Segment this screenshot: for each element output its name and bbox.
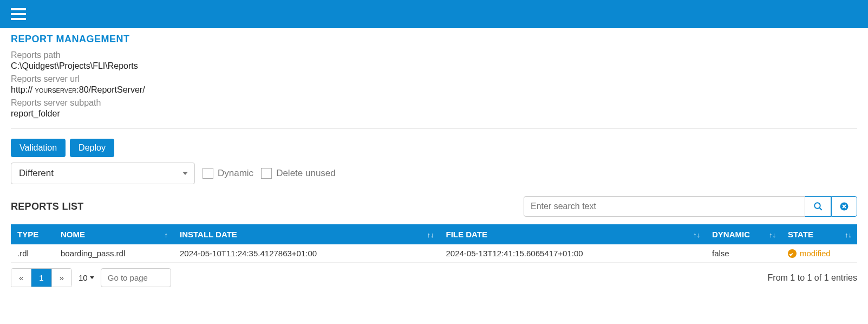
action-button-row: Validation Deploy <box>11 139 857 157</box>
filter-select-value: Different <box>19 168 54 178</box>
dynamic-checkbox-wrap: Dynamic <box>203 168 253 179</box>
sort-icon: ↑↓ <box>845 230 852 238</box>
server-host: yourserver <box>35 85 76 94</box>
clear-search-button[interactable] <box>831 196 857 217</box>
pager-page-1[interactable]: 1 <box>31 269 51 287</box>
section-title: REPORT MANAGEMENT <box>11 34 857 45</box>
cell-type: .rdl <box>11 244 54 263</box>
cell-install-date: 2024-05-10T11:24:35.4127863+01:00 <box>173 244 440 263</box>
col-file-date[interactable]: FILE DATE↑↓ <box>440 224 706 244</box>
pager-info: From 1 to 1 of 1 entries <box>768 273 857 283</box>
list-header-row: REPORTS LIST <box>11 196 857 217</box>
filter-select[interactable]: Different <box>11 163 195 184</box>
pager: « 1 » <box>11 268 72 287</box>
col-type[interactable]: TYPE <box>11 224 54 244</box>
reports-path-label: Reports path <box>11 50 857 60</box>
cell-state: modified <box>781 244 857 263</box>
pager-row: « 1 » 10 From 1 to 1 of 1 entries <box>11 268 857 287</box>
content-area: REPORT MANAGEMENT Reports path C:\Quidge… <box>0 28 868 298</box>
col-install-date[interactable]: INSTALL DATE↑↓ <box>173 224 440 244</box>
reports-subpath-label: Reports server subpath <box>11 98 857 108</box>
cell-nome: boarding_pass.rdl <box>54 244 173 263</box>
chevron-down-icon <box>90 276 94 279</box>
deploy-button[interactable]: Deploy <box>70 139 114 157</box>
delete-checkbox-wrap: Delete unused <box>261 168 336 179</box>
pager-next-button[interactable]: » <box>51 269 71 287</box>
col-dynamic[interactable]: DYNAMIC↑↓ <box>706 224 781 244</box>
reports-table: TYPE NOME↑ INSTALL DATE↑↓ FILE DATE↑↓ DY… <box>11 224 857 263</box>
reports-subpath-value: report_folder <box>11 109 857 119</box>
validation-button[interactable]: Validation <box>11 139 66 157</box>
table-header-row: TYPE NOME↑ INSTALL DATE↑↓ FILE DATE↑↓ DY… <box>11 224 857 244</box>
search-input[interactable] <box>524 196 805 217</box>
dynamic-label: Dynamic <box>218 168 253 179</box>
server-suffix: :80/ReportServer/ <box>76 85 145 94</box>
reports-path-value: C:\Quidgest\Projects\FLI\Reports <box>11 61 857 71</box>
close-circle-icon <box>839 202 849 211</box>
search-icon <box>813 202 823 211</box>
pager-left: « 1 » 10 <box>11 268 171 287</box>
delete-unused-label: Delete unused <box>276 168 336 179</box>
sort-icon: ↑ <box>165 230 168 238</box>
chevron-down-icon <box>182 172 188 175</box>
page-size-select[interactable]: 10 <box>79 273 94 282</box>
sort-icon: ↑↓ <box>693 230 700 238</box>
search-group <box>524 196 857 217</box>
table-row[interactable]: .rdl boarding_pass.rdl 2024-05-10T11:24:… <box>11 244 857 263</box>
cell-dynamic: false <box>706 244 781 263</box>
goto-page-input[interactable] <box>101 268 171 287</box>
pager-prev-button[interactable]: « <box>11 269 31 287</box>
list-title: REPORTS LIST <box>11 201 84 212</box>
state-text: modified <box>800 249 831 258</box>
server-prefix: http:// <box>11 85 35 94</box>
sort-icon: ↑↓ <box>769 230 776 238</box>
sort-icon: ↑↓ <box>427 230 434 238</box>
topbar <box>0 0 868 28</box>
svg-point-0 <box>814 203 820 209</box>
page-size-value: 10 <box>79 273 88 282</box>
divider <box>11 128 857 129</box>
reports-server-value: http:// yourserver:80/ReportServer/ <box>11 85 857 95</box>
col-state[interactable]: STATE↑↓ <box>781 224 857 244</box>
search-button[interactable] <box>805 196 831 217</box>
dynamic-checkbox[interactable] <box>203 168 213 179</box>
menu-icon[interactable] <box>11 8 26 20</box>
filter-row: Different Dynamic Delete unused <box>11 163 857 184</box>
reports-server-label: Reports server url <box>11 74 857 84</box>
cell-file-date: 2024-05-13T12:41:15.6065417+01:00 <box>440 244 706 263</box>
col-nome[interactable]: NOME↑ <box>54 224 173 244</box>
delete-unused-checkbox[interactable] <box>261 168 272 179</box>
check-circle-icon <box>788 249 797 258</box>
svg-line-1 <box>819 208 822 210</box>
